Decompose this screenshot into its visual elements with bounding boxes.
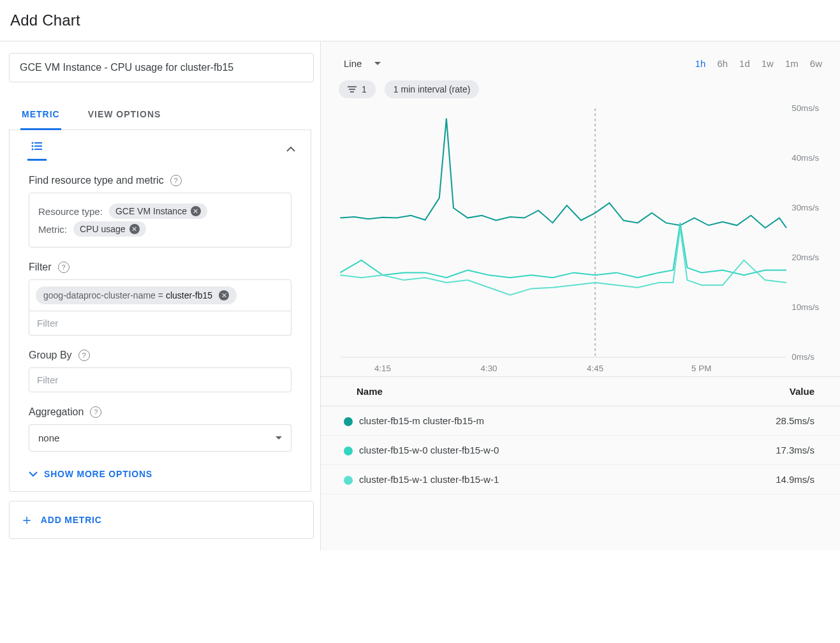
chart[interactable]: 0ms/s10ms/s20ms/s30ms/s40ms/s50ms/s4:154… [334,102,832,376]
legend-name: cluster-fb15-w-0 cluster-fb15-w-0 [359,445,499,455]
svg-rect-3 [34,145,42,147]
help-icon[interactable]: ? [78,350,90,361]
plus-icon: ＋ [20,510,34,529]
chart-title-input[interactable]: GCE VM Instance - CPU usage for cluster-… [9,53,314,82]
chart-type-select[interactable]: Line [339,54,386,73]
groupby-label: Group By ? [29,350,291,361]
filter-count-pill[interactable]: 1 [339,80,376,98]
groupby-input[interactable]: Filter [29,367,291,392]
legend-color-dot [344,417,353,426]
resource-type-chip[interactable]: GCE VM Instance ✕ [109,203,207,219]
time-tab-6w[interactable]: 6w [810,58,822,69]
legend-value: 14.9ms/s [686,465,840,494]
legend-row[interactable]: cluster-fb15-w-1 cluster-fb15-w-114.9ms/… [321,465,840,494]
filter-input[interactable]: Filter [29,311,291,336]
svg-rect-5 [34,149,42,150]
svg-text:4:15: 4:15 [374,364,391,373]
tab-metric[interactable]: METRIC [20,100,61,130]
svg-text:4:30: 4:30 [481,364,497,373]
metric-config-card: Find resource type and metric ? Resource… [9,130,311,492]
svg-text:20ms/s: 20ms/s [792,253,819,262]
svg-text:40ms/s: 40ms/s [792,153,819,163]
svg-point-0 [32,142,34,144]
legend-header-value[interactable]: Value [686,377,840,406]
show-more-options-button[interactable]: SHOW MORE OPTIONS [29,468,291,480]
help-icon[interactable]: ? [90,406,101,418]
legend-row[interactable]: cluster-fb15-m cluster-fb15-m28.5ms/s [321,406,840,436]
page-title: Add Chart [0,0,840,41]
svg-text:0ms/s: 0ms/s [792,352,814,362]
legend-name: cluster-fb15-m cluster-fb15-m [359,415,484,426]
legend-value: 28.5ms/s [686,406,840,436]
svg-text:10ms/s: 10ms/s [792,302,819,312]
legend-name: cluster-fb15-w-1 cluster-fb15-w-1 [359,474,499,485]
config-tabs: METRIC VIEW OPTIONS [9,100,311,130]
legend-value: 17.3ms/s [686,436,840,465]
legend-header-name[interactable]: Name [321,377,686,406]
svg-text:4:45: 4:45 [587,364,603,373]
help-icon[interactable]: ? [58,262,70,273]
collapse-card-icon[interactable] [280,138,302,159]
svg-rect-1 [34,142,42,144]
time-tab-1h[interactable]: 1h [695,58,706,69]
left-panel: GCE VM Instance - CPU usage for cluster-… [0,41,320,551]
metric-chip[interactable]: CPU usage ✕ [73,221,146,237]
aggregation-select[interactable]: none [29,424,291,452]
time-tab-1w[interactable]: 1w [762,58,774,69]
svg-text:30ms/s: 30ms/s [792,203,819,212]
resource-type-label: Resource type: [38,206,103,217]
time-tab-1d[interactable]: 1d [739,58,750,69]
close-icon[interactable]: ✕ [129,224,140,234]
help-icon[interactable]: ? [170,175,182,186]
interval-pill[interactable]: 1 min interval (rate) [385,80,480,98]
metric-label: Metric: [38,224,67,235]
chevron-down-icon [29,468,38,480]
legend-table: Name Value cluster-fb15-m cluster-fb15-m… [321,376,840,494]
legend-color-dot [344,447,353,455]
chart-panel: Line 1h 6h 1d 1w 1m 6w 1 1 min interval … [320,41,840,551]
caret-down-icon [276,436,282,440]
svg-text:50ms/s: 50ms/s [792,103,819,113]
filter-label: Filter ? [29,262,291,273]
filter-icon [348,84,357,94]
filter-chip-row: goog-dataproc-cluster-name = cluster-fb1… [29,279,291,311]
legend-color-dot [344,476,353,485]
resource-metric-box: Resource type: GCE VM Instance ✕ Metric:… [29,193,291,248]
add-metric-button[interactable]: ＋ ADD METRIC [9,501,314,539]
legend-row[interactable]: cluster-fb15-w-0 cluster-fb15-w-017.3ms/… [321,436,840,465]
aggregation-label: Aggregation ? [29,406,291,418]
caret-down-icon [374,62,381,65]
svg-text:5 PM: 5 PM [691,364,711,373]
close-icon[interactable]: ✕ [219,290,229,300]
time-tab-6h[interactable]: 6h [717,58,728,69]
time-tab-1m[interactable]: 1m [785,58,799,69]
close-icon[interactable]: ✕ [191,206,201,216]
svg-point-4 [32,149,34,151]
tab-view-options[interactable]: VIEW OPTIONS [87,100,163,129]
find-metric-label: Find resource type and metric ? [29,175,291,186]
filter-chip[interactable]: goog-dataproc-cluster-name = cluster-fb1… [36,286,237,304]
time-range-tabs: 1h 6h 1d 1w 1m 6w [695,58,822,69]
svg-point-2 [32,145,34,147]
list-icon[interactable] [27,135,47,161]
